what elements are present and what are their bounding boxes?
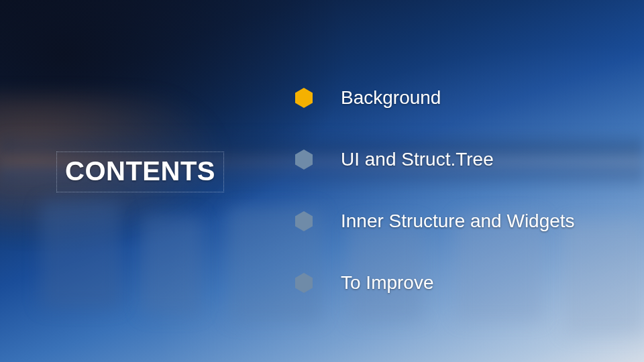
background-blob (40, 201, 121, 308)
toc-item-to-improve: To Improve (295, 252, 617, 314)
toc-list: Background UI and Struct.Tree Inner Stru… (295, 67, 617, 314)
toc-item-label: Background (341, 87, 441, 109)
contents-heading-box: CONTENTS (56, 152, 224, 192)
contents-heading: CONTENTS (65, 156, 215, 186)
toc-item-background: Background (295, 67, 617, 129)
hexagon-bullet-icon (295, 211, 313, 231)
toc-item-label: To Improve (341, 272, 434, 294)
toc-item-label: UI and Struct.Tree (341, 149, 494, 170)
hexagon-bullet-icon (295, 149, 313, 170)
toc-item-inner-structure: Inner Structure and Widgets (295, 190, 617, 252)
background-blob (141, 215, 201, 315)
hexagon-bullet-icon (295, 88, 313, 108)
toc-item-ui-structtree: UI and Struct.Tree (295, 129, 617, 190)
slide: CONTENTS Background UI and Struct.Tree I… (0, 0, 644, 362)
toc-item-label: Inner Structure and Widgets (341, 210, 575, 232)
hexagon-bullet-icon (295, 273, 313, 293)
